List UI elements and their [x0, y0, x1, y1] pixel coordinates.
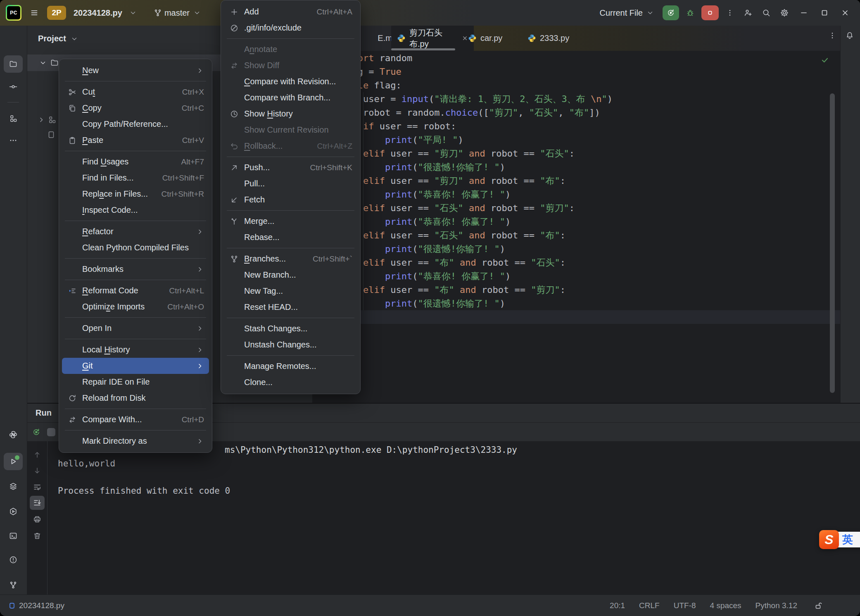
- chevron-down-icon[interactable]: [39, 59, 47, 67]
- print-icon[interactable]: [30, 512, 45, 526]
- menu-item-new-tag[interactable]: New Tag...: [224, 283, 357, 299]
- menu-item-manage-remotes[interactable]: Manage Remotes...: [224, 358, 357, 374]
- run-config-selector[interactable]: Current File: [600, 8, 654, 18]
- menu-item-push[interactable]: Push...Ctrl+Shift+K: [224, 159, 357, 176]
- menu-item-reload-from-disk[interactable]: Reload from Disk: [62, 390, 209, 406]
- editor-scrollbar[interactable]: [830, 93, 835, 393]
- structure-icon[interactable]: [4, 110, 23, 127]
- scroll-up-icon[interactable]: [30, 448, 45, 462]
- project-name[interactable]: 20234128.py: [74, 8, 122, 18]
- menu-item-local-history[interactable]: Local History: [62, 342, 209, 358]
- tab-2333.py[interactable]: 2333.py: [522, 26, 595, 51]
- rerun-icon[interactable]: [32, 428, 40, 436]
- rerun-button[interactable]: [663, 5, 679, 20]
- stop-button[interactable]: [701, 5, 719, 20]
- python-console-icon[interactable]: [4, 426, 23, 443]
- menu-item-merge[interactable]: Merge...: [224, 213, 357, 229]
- status-item-20-1[interactable]: 20:1: [610, 601, 625, 610]
- tab-options-kebab-icon[interactable]: [828, 31, 836, 40]
- menu-item-label: Repair IDE on File: [82, 377, 150, 387]
- sogou-icon[interactable]: S: [819, 530, 839, 549]
- project-panel-title[interactable]: Project: [38, 34, 66, 43]
- menu-item-new-branch[interactable]: New Branch...: [224, 267, 357, 283]
- menu-shortcut: Ctrl+Shift+K: [299, 163, 352, 172]
- chevron-right-icon: [196, 67, 204, 75]
- code-area[interactable]: import randomflag = Truewhile flag: user…: [313, 51, 841, 403]
- menu-item-add[interactable]: AddCtrl+Alt+A: [224, 4, 357, 20]
- menu-item-compare-with-revision[interactable]: Compare with Revision...: [224, 74, 357, 90]
- menu-item-bookmarks[interactable]: Bookmarks: [62, 261, 209, 277]
- search-icon[interactable]: [759, 6, 773, 20]
- more-actions-kebab-icon[interactable]: [723, 6, 737, 20]
- settings-gear-icon[interactable]: [777, 6, 791, 20]
- menu-item-rebase[interactable]: Rebase...: [224, 229, 357, 245]
- run-tab-label[interactable]: Run: [36, 408, 52, 418]
- menu-item-cut[interactable]: CutCtrl+X: [62, 84, 209, 100]
- tab-scrollbar[interactable]: [391, 48, 455, 50]
- menu-item-open-in[interactable]: Open In: [62, 320, 209, 336]
- scroll-to-end-icon[interactable]: [30, 496, 45, 510]
- menu-item-show-history[interactable]: Show History: [224, 106, 357, 122]
- menu-item-repair-ide-on-file[interactable]: Repair IDE on File: [62, 374, 209, 390]
- problems-icon[interactable]: [4, 551, 23, 568]
- more-tool-windows-icon[interactable]: [4, 132, 23, 149]
- menu-item-compare-with[interactable]: Compare With...Ctrl+D: [62, 411, 209, 428]
- menu-item-new[interactable]: New: [62, 62, 209, 78]
- menu-item-reformat-code[interactable]: Reformat CodeCtrl+Alt+L: [62, 283, 209, 299]
- clear-all-icon[interactable]: [30, 529, 45, 543]
- menu-item-clean-python-compiled-files[interactable]: Clean Python Compiled Files: [62, 240, 209, 256]
- menu-item-copy[interactable]: CopyCtrl+C: [62, 100, 209, 116]
- scroll-down-icon[interactable]: [30, 464, 45, 478]
- main-menu-burger-icon[interactable]: [27, 6, 41, 20]
- menu-item-clone[interactable]: Clone...: [224, 374, 357, 390]
- menu-item-compare-with-branch[interactable]: Compare with Branch...: [224, 90, 357, 106]
- tree-row[interactable]: [47, 131, 55, 139]
- menu-item-git-info-exclude[interactable]: .git/info/exclude: [224, 20, 357, 36]
- terminal-icon[interactable]: [4, 527, 23, 545]
- minimize-button[interactable]: [796, 5, 812, 21]
- close-button[interactable]: [837, 5, 853, 21]
- tab-剪刀石头布.py[interactable]: 剪刀石头布.py: [391, 26, 474, 51]
- python-packages-icon[interactable]: [4, 503, 23, 520]
- lock-open-icon[interactable]: [815, 602, 823, 610]
- menu-item-inspect-code[interactable]: Inspect Code...: [62, 202, 209, 218]
- run-icon[interactable]: [4, 453, 23, 470]
- menu-item-optimize-imports[interactable]: Optimize ImportsCtrl+Alt+O: [62, 299, 209, 315]
- project-folder-icon[interactable]: [4, 55, 23, 73]
- maximize-button[interactable]: [816, 5, 833, 21]
- branch-widget[interactable]: master: [154, 8, 201, 18]
- status-item-crlf[interactable]: CRLF: [639, 601, 660, 610]
- tree-row[interactable]: [37, 116, 56, 124]
- version-control-icon[interactable]: [4, 576, 23, 594]
- project-badge[interactable]: 2P: [47, 6, 66, 20]
- soft-wrap-icon[interactable]: [30, 480, 45, 494]
- menu-item-git[interactable]: Git: [62, 358, 209, 374]
- status-item-4-spaces[interactable]: 4 spaces: [710, 601, 741, 610]
- menu-item-copy-path-reference[interactable]: Copy Path/Reference...: [62, 116, 209, 132]
- menu-item-stash-changes[interactable]: Stash Changes...: [224, 321, 357, 337]
- status-item-python-3.12[interactable]: Python 3.12: [755, 601, 797, 610]
- menu-item-find-in-files[interactable]: Find in Files...Ctrl+Shift+F: [62, 170, 209, 186]
- chevron-down-icon[interactable]: [129, 9, 137, 17]
- status-item-utf-8[interactable]: UTF-8: [674, 601, 696, 610]
- ime-lang-badge[interactable]: 英: [836, 532, 860, 547]
- notifications-bell-icon[interactable]: [846, 31, 854, 40]
- menu-item-find-usages[interactable]: Find UsagesAlt+F7: [62, 154, 209, 170]
- chevron-right-icon: [196, 346, 204, 354]
- menu-item-refactor[interactable]: Refactor: [62, 224, 209, 240]
- status-file-name[interactable]: 20234128.py: [19, 601, 64, 610]
- menu-item-mark-directory-as[interactable]: Mark Directory as: [62, 433, 209, 449]
- menu-item-unstash-changes[interactable]: Unstash Changes...: [224, 337, 357, 353]
- menu-item-branches[interactable]: Branches...Ctrl+Shift+`: [224, 251, 357, 267]
- code-with-me-icon[interactable]: [741, 6, 755, 20]
- services-icon[interactable]: [4, 478, 23, 495]
- menu-item-reset-head[interactable]: Reset HEAD...: [224, 299, 357, 315]
- debug-icon[interactable]: [683, 6, 697, 20]
- chevron-down-icon[interactable]: [70, 35, 78, 43]
- inspection-check-icon[interactable]: [821, 56, 829, 64]
- menu-item-pull[interactable]: Pull...: [224, 176, 357, 192]
- commit-icon[interactable]: [4, 78, 23, 95]
- menu-item-fetch[interactable]: Fetch: [224, 192, 357, 208]
- menu-item-replace-in-files[interactable]: Replace in Files...Ctrl+Shift+R: [62, 186, 209, 202]
- menu-item-paste[interactable]: PasteCtrl+V: [62, 132, 209, 148]
